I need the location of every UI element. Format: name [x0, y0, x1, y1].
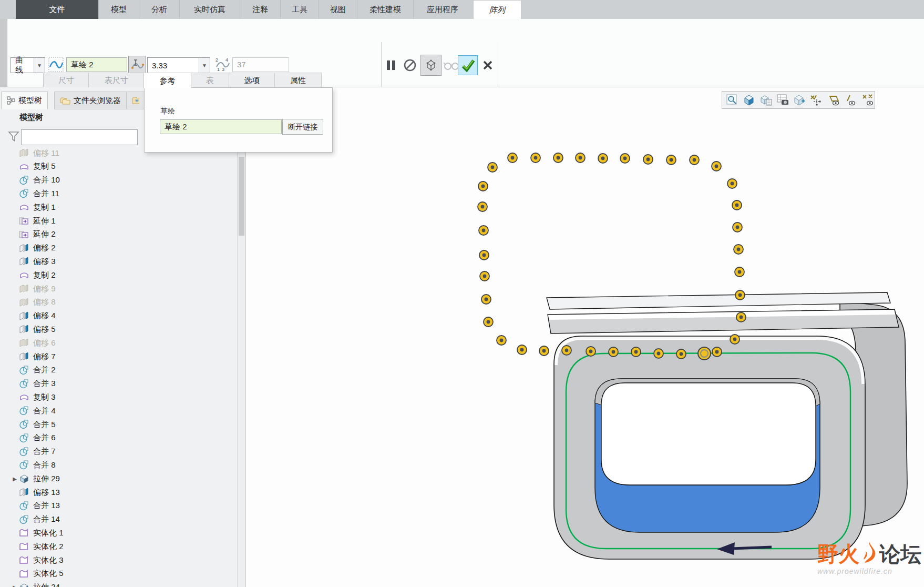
tree-item[interactable]: 复制 1	[0, 200, 237, 214]
pattern-point	[733, 338, 737, 341]
tree-item[interactable]: 偏移 7	[0, 350, 237, 363]
pause-button[interactable]	[383, 57, 399, 74]
tree-item[interactable]: 合并 13	[0, 499, 237, 513]
tree-item[interactable]: 复制 3	[0, 390, 237, 404]
tree-item[interactable]: 延伸 1	[0, 214, 237, 228]
annotation-display-icon[interactable]	[793, 93, 806, 107]
svg-text:3: 3	[222, 67, 224, 72]
graphics-area[interactable]: 野火 论坛 www.proewildfire.cn	[245, 87, 924, 587]
feature-type-icon	[19, 392, 29, 402]
expand-arrow-icon[interactable]: ▶	[11, 476, 19, 482]
tree-search-input[interactable]	[21, 129, 138, 145]
tab-favorites[interactable]: ✳	[126, 92, 145, 109]
feature-type-icon	[19, 474, 29, 483]
tab-view[interactable]: 视图	[319, 0, 357, 19]
feature-type-icon	[19, 203, 29, 212]
spacing-toggle-button[interactable]	[128, 56, 146, 74]
tree-item[interactable]: 合并 2	[0, 363, 237, 377]
watermark-brand2: 论坛	[879, 543, 921, 565]
saved-orientations-icon[interactable]	[759, 93, 772, 107]
tab-pattern-active[interactable]: 阵列	[473, 0, 521, 19]
scrollbar-thumb[interactable]	[239, 157, 244, 236]
display-style-icon[interactable]	[742, 93, 755, 107]
panel-tab-references[interactable]: 参考	[143, 73, 191, 88]
feature-type-icon	[19, 284, 29, 294]
tree-item[interactable]: 合并 6	[0, 431, 237, 445]
axis-display-icon[interactable]	[844, 93, 857, 107]
tab-file[interactable]: 文件	[16, 0, 99, 19]
tree-structure-icon	[7, 96, 15, 105]
tab-folder-browser[interactable]: 文件夹浏览器	[54, 92, 127, 109]
verify-button[interactable]	[420, 55, 442, 76]
tree-item[interactable]: 复制 2	[0, 268, 237, 282]
tab-model[interactable]: 模型	[99, 0, 139, 19]
datum-display-icon[interactable]	[809, 93, 823, 107]
expand-arrow-icon[interactable]: ▶	[11, 584, 19, 587]
feature-type-icon	[19, 542, 29, 551]
tree-item[interactable]: 偏移 4	[0, 309, 237, 323]
tree-item[interactable]: 合并 10	[0, 174, 237, 187]
pattern-point	[740, 316, 743, 319]
pattern-point	[491, 166, 495, 169]
sketch-label: 草绘	[160, 107, 175, 116]
tree-item[interactable]: 偏移 5	[0, 322, 237, 336]
tree-item[interactable]: 偏移 2	[0, 241, 237, 255]
tree-item[interactable]: 合并 4	[0, 404, 237, 418]
pattern-type-select[interactable]: 曲线 ▼	[11, 57, 45, 73]
tree-item[interactable]: 偏移 9	[0, 282, 237, 296]
creo-window: 文件 模型 分析 实时仿真 注释 工具 视图 柔性建模 应用程序 阵列 曲线 ▼…	[0, 0, 924, 587]
plane-display-icon[interactable]	[827, 93, 840, 107]
tree-item[interactable]: ▶ 拉伸 29	[0, 472, 237, 485]
tree-item[interactable]: 偏移 8	[0, 296, 237, 309]
tree-item[interactable]: 实体化 5	[0, 567, 237, 581]
tree-item[interactable]: 合并 3	[0, 377, 237, 391]
tree-item[interactable]: 实体化 2	[0, 540, 237, 553]
feature-type-icon	[19, 569, 29, 579]
tree-item[interactable]: 延伸 2	[0, 228, 237, 241]
tree-item[interactable]: 合并 14	[0, 513, 237, 527]
feature-type-icon	[19, 325, 29, 334]
tab-simulation[interactable]: 实时仿真	[180, 0, 240, 19]
feature-type-icon	[19, 270, 29, 280]
tree-item[interactable]: 实体化 1	[0, 526, 237, 540]
break-link-button[interactable]: 断开链接	[282, 119, 323, 135]
feature-type-icon	[19, 501, 29, 511]
filter-funnel-icon[interactable]	[8, 130, 20, 146]
pattern-point	[520, 348, 524, 352]
panel-tab-options[interactable]: 选项	[229, 73, 275, 87]
panel-tab-table: 表	[190, 73, 230, 87]
tree-item[interactable]: 偏移 3	[0, 255, 237, 268]
tree-item[interactable]: ▶ 拉伸 24	[0, 581, 237, 587]
chevron-down-icon[interactable]: ▼	[199, 58, 210, 73]
tab-flexmodel[interactable]: 柔性建模	[357, 0, 414, 19]
feature-type-icon	[19, 216, 29, 226]
count-field-disabled: 37	[232, 57, 289, 72]
sketch-reference-field[interactable]: 草绘 2	[66, 57, 127, 72]
feature-type-icon	[19, 515, 29, 524]
tree-item[interactable]: 合并 11	[0, 187, 237, 200]
accept-button[interactable]	[458, 55, 478, 75]
point-display-icon[interactable]	[861, 93, 875, 107]
tree-item[interactable]: 合并 7	[0, 445, 237, 459]
view-manager-icon[interactable]	[776, 93, 789, 107]
no-preview-button[interactable]	[402, 57, 418, 74]
tree-item[interactable]: 合并 5	[0, 418, 237, 431]
tab-annotate[interactable]: 注释	[240, 0, 281, 19]
tab-applications[interactable]: 应用程序	[414, 0, 471, 19]
tree-item[interactable]: 实体化 3	[0, 553, 237, 567]
chevron-down-icon[interactable]: ▼	[34, 58, 45, 73]
panel-tab-properties[interactable]: 属性	[274, 73, 322, 87]
tree-item[interactable]: 复制 5	[0, 160, 237, 174]
tab-model-tree[interactable]: 模型树	[1, 92, 48, 109]
tab-tools[interactable]: 工具	[281, 0, 319, 19]
tree-item[interactable]: 偏移 13	[0, 485, 237, 499]
tree-scrollbar[interactable]: ▲	[237, 146, 245, 587]
zoom-region-icon[interactable]	[725, 93, 738, 107]
pattern-point	[589, 350, 593, 353]
tree-item[interactable]: 合并 8	[0, 458, 237, 472]
sketch-reference-value[interactable]: 草绘 2	[160, 119, 282, 134]
tab-analysis[interactable]: 分析	[139, 0, 180, 19]
tree-item[interactable]: 偏移 6	[0, 336, 237, 350]
spacing-value-combo[interactable]: 3.33 ▼	[147, 57, 210, 73]
cancel-button[interactable]	[479, 57, 496, 74]
